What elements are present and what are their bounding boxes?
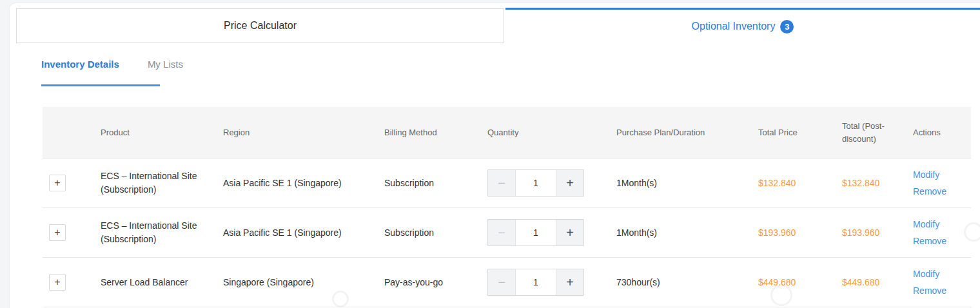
total-price-cell: $449.680 bbox=[749, 276, 832, 289]
tab-price-calculator-label: Price Calculator bbox=[224, 20, 297, 32]
table-row: + ECS – International Site (Subscription… bbox=[43, 159, 971, 208]
quantity-increase-button[interactable]: + bbox=[556, 220, 583, 245]
header-billing-method: Billing Method bbox=[375, 126, 478, 139]
quantity-increase-button[interactable]: + bbox=[556, 269, 583, 295]
quantity-stepper: − + bbox=[487, 169, 584, 197]
billing-method-cell: Subscription bbox=[375, 226, 478, 240]
total-post-discount-cell: $193.960 bbox=[832, 226, 885, 240]
tab-price-calculator[interactable]: Price Calculator bbox=[16, 8, 504, 43]
expand-row-button[interactable]: + bbox=[49, 224, 66, 241]
subtab-my-lists[interactable]: My Lists bbox=[148, 59, 183, 70]
quantity-stepper: − + bbox=[487, 219, 584, 246]
active-subtab-underline bbox=[41, 84, 160, 86]
purchase-plan-cell: 1Month(s) bbox=[607, 226, 749, 240]
region-cell: Singapore (Singapore) bbox=[213, 276, 375, 289]
modify-link[interactable]: Modify bbox=[913, 216, 971, 233]
total-price-cell: $193.960 bbox=[749, 226, 832, 240]
sub-tab-bar: Inventory Details My Lists bbox=[41, 59, 183, 70]
total-post-discount-cell: $132.840 bbox=[832, 177, 885, 190]
header-total-post-discount: Total (Post-discount) bbox=[832, 120, 885, 145]
total-price-cell: $132.840 bbox=[749, 177, 832, 190]
header-region: Region bbox=[213, 126, 375, 139]
quantity-input[interactable] bbox=[515, 220, 556, 245]
remove-link[interactable]: Remove bbox=[913, 282, 971, 299]
tab-optional-inventory[interactable]: Optional Inventory 3 bbox=[505, 8, 980, 43]
product-cell: ECS – International Site (Subscription) bbox=[91, 219, 204, 246]
table-row: + Server Load Balancer Singapore (Singap… bbox=[43, 258, 971, 307]
purchase-plan-cell: 730hour(s) bbox=[607, 276, 749, 289]
header-quantity: Quantity bbox=[478, 126, 607, 139]
billing-method-cell: Pay-as-you-go bbox=[375, 276, 478, 289]
total-post-discount-cell: $449.680 bbox=[832, 276, 885, 289]
region-cell: Asia Pacific SE 1 (Singapore) bbox=[213, 226, 375, 240]
remove-link[interactable]: Remove bbox=[913, 183, 971, 200]
quantity-input[interactable] bbox=[515, 170, 556, 196]
product-cell: Server Load Balancer bbox=[91, 276, 204, 289]
modify-link[interactable]: Modify bbox=[913, 265, 971, 282]
purchase-plan-cell: 1Month(s) bbox=[607, 177, 749, 190]
header-actions: Actions bbox=[903, 126, 971, 139]
header-product: Product bbox=[91, 126, 213, 139]
quantity-increase-button[interactable]: + bbox=[556, 170, 583, 196]
expand-row-button[interactable]: + bbox=[49, 274, 66, 291]
table-row: + ECS – International Site (Subscription… bbox=[43, 208, 971, 258]
inventory-table: Product Region Billing Method Quantity P… bbox=[43, 107, 971, 307]
remove-link[interactable]: Remove bbox=[913, 233, 971, 249]
expand-row-button[interactable]: + bbox=[49, 175, 66, 191]
inventory-count-badge: 3 bbox=[780, 20, 794, 34]
header-total-price: Total Price bbox=[749, 126, 832, 139]
subtab-inventory-details[interactable]: Inventory Details bbox=[41, 59, 119, 70]
quantity-input[interactable] bbox=[515, 269, 556, 295]
region-cell: Asia Pacific SE 1 (Singapore) bbox=[213, 177, 375, 190]
header-purchase-plan: Purchase Plan/Duration bbox=[607, 126, 749, 139]
modify-link[interactable]: Modify bbox=[913, 166, 971, 183]
table-header-row: Product Region Billing Method Quantity P… bbox=[43, 107, 971, 159]
quantity-decrease-button[interactable]: − bbox=[488, 269, 515, 295]
tab-optional-inventory-label: Optional Inventory bbox=[692, 21, 776, 32]
quantity-stepper: − + bbox=[487, 269, 584, 296]
quantity-decrease-button[interactable]: − bbox=[488, 220, 515, 245]
quantity-decrease-button[interactable]: − bbox=[488, 170, 515, 196]
main-panel: Price Calculator Optional Inventory 3 In… bbox=[9, 3, 980, 308]
billing-method-cell: Subscription bbox=[375, 177, 478, 190]
product-cell: ECS – International Site (Subscription) bbox=[91, 169, 204, 197]
